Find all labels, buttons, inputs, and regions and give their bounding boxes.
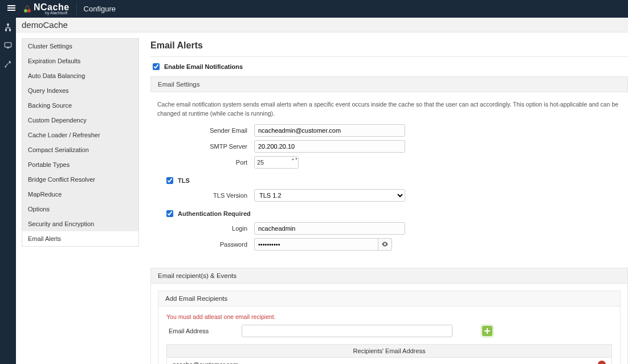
svg-point-1 — [27, 9, 31, 13]
product-logo: NCache by Alachisoft — [23, 3, 70, 15]
menu-toggle-button[interactable] — [5, 3, 18, 14]
topbar: NCache by Alachisoft Configure — [0, 0, 628, 18]
section-title: Configure — [84, 5, 116, 13]
svg-point-0 — [24, 9, 27, 13]
vendor-name: by Alachisoft — [45, 11, 70, 15]
divider — [76, 2, 77, 16]
